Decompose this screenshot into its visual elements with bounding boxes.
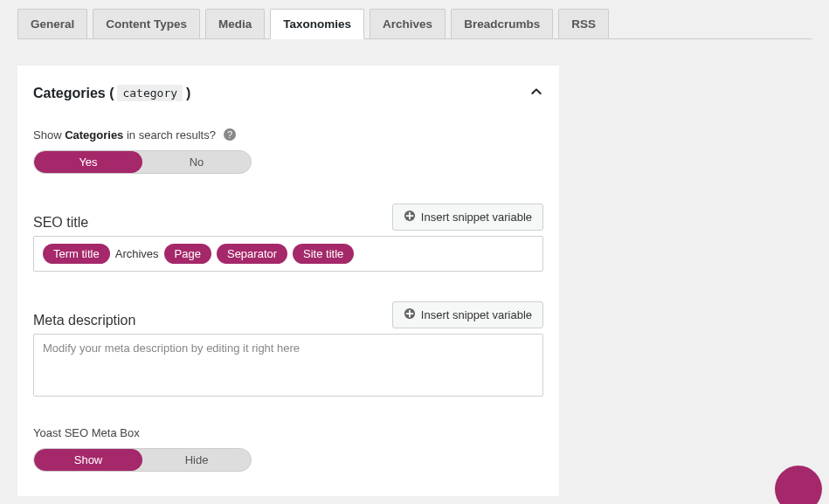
categories-panel: Categories ( category ) Show Categories … [17,66,559,496]
toggle-show[interactable]: Show [34,449,142,471]
insert-snippet-label: Insert snippet variable [421,308,532,321]
tab-taxonomies[interactable]: Taxonomies [270,9,364,39]
svg-text:?: ? [227,129,232,140]
plus-circle-icon [404,307,416,322]
tab-breadcrumbs[interactable]: Breadcrumbs [451,9,553,38]
label-bold: Categories [65,128,123,142]
panel-title: Categories ( category ) [33,85,190,101]
show-in-results-toggle[interactable]: Yes No [33,150,252,174]
show-in-results-row: Show Categories in search results? ? Yes… [33,128,543,174]
panel-title-prefix: Categories ( [33,86,114,101]
snippet-pill[interactable]: Page [164,244,211,264]
toggle-hide[interactable]: Hide [142,449,251,471]
toggle-no[interactable]: No [142,151,251,173]
snippet-pill[interactable]: Site title [293,244,354,264]
label-post: in search results? [127,128,216,142]
seo-title-text: Archives [115,247,159,260]
seo-title-input[interactable]: Term title Archives Page Separator Site … [33,236,543,272]
insert-snippet-button[interactable]: Insert snippet variable [392,301,543,328]
panel-header[interactable]: Categories ( category ) [17,85,559,110]
tabs-bar: General Content Types Media Taxonomies A… [17,9,812,39]
tab-general[interactable]: General [17,9,87,38]
label-pre: Show [33,128,62,142]
snippet-pill[interactable]: Separator [217,244,287,264]
meta-box-label: Yoast SEO Meta Box [33,426,543,439]
tab-media[interactable]: Media [205,9,265,38]
tab-content-types[interactable]: Content Types [93,9,200,38]
snippet-pill[interactable]: Term title [43,244,110,264]
tab-archives[interactable]: Archives [370,9,446,38]
meta-description-input[interactable]: Modify your meta description by editing … [33,334,543,397]
panel-title-slug: category [117,85,183,101]
tab-rss[interactable]: RSS [558,9,609,38]
insert-snippet-label: Insert snippet variable [421,211,532,224]
plus-circle-icon [404,210,416,224]
toggle-yes[interactable]: Yes [34,151,142,173]
panel-title-suffix: ) [186,86,190,101]
meta-box-row: Yoast SEO Meta Box Show Hide [33,426,543,472]
help-icon[interactable]: ? [223,128,237,142]
meta-description-label: Meta description [33,313,135,328]
chevron-up-icon[interactable] [529,85,543,101]
insert-snippet-button[interactable]: Insert snippet variable [392,204,543,231]
show-in-results-label: Show Categories in search results? ? [33,128,543,142]
seo-title-row: SEO title Insert snippet variable Term t… [33,204,543,272]
seo-title-label: SEO title [33,215,88,231]
meta-description-row: Meta description Insert snippet variable… [33,301,543,397]
meta-box-toggle[interactable]: Show Hide [33,448,252,472]
